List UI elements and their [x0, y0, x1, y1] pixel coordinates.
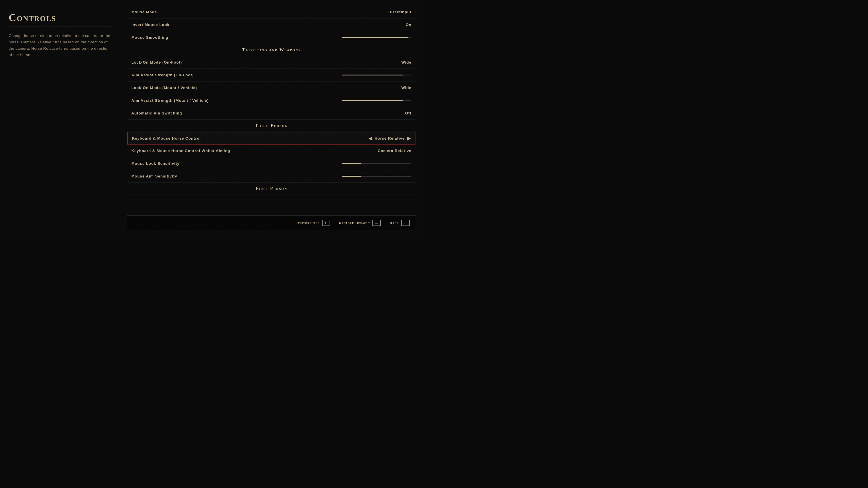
- slider-fill: [342, 100, 403, 101]
- restore-all-action[interactable]: Restore All ⇧: [296, 220, 330, 226]
- slider-track: [342, 163, 411, 164]
- back-label: Back: [390, 221, 399, 225]
- back-key: ←: [401, 220, 410, 226]
- setting-row-keyboard-horse-control[interactable]: Keyboard & Mouse Horse Control ◀ Horse R…: [127, 132, 415, 144]
- description-text: Change horse turning to be relative to t…: [9, 33, 113, 58]
- slider-mouse-smoothing[interactable]: [342, 37, 411, 38]
- slider-track: [342, 100, 411, 101]
- slider-fill: [342, 74, 403, 75]
- controls-page: Controls Change horse turning to be rela…: [0, 0, 421, 236]
- page-title: Controls: [9, 11, 113, 27]
- setting-row-auto-pin[interactable]: Automatic Pin Switching Off: [127, 107, 415, 120]
- setting-label-invert-mouse-look: Invert Mouse Look: [131, 23, 169, 27]
- setting-row-keyboard-horse-aiming[interactable]: Keyboard & Mouse Horse Control Whilst Ai…: [127, 144, 415, 157]
- setting-label-auto-pin: Automatic Pin Switching: [131, 111, 182, 116]
- section-header-targeting: Targeting and Weapons: [127, 44, 415, 56]
- section-header-third-person: Third Person: [127, 120, 415, 132]
- right-panel: Mouse Mode DirectInput Invert Mouse Look…: [122, 6, 421, 230]
- section-header-first-person: First Person: [127, 183, 415, 195]
- restore-all-key: ⇧: [322, 220, 330, 226]
- restore-all-label: Restore All: [296, 221, 320, 225]
- setting-value-lock-on-mount: Wide: [401, 86, 411, 90]
- setting-value-lock-on-foot: Wide: [401, 60, 411, 64]
- setting-value-keyboard-horse-control: ◀ Horse Relative ▶: [369, 136, 411, 141]
- setting-label-mouse-smoothing: Mouse Smoothing: [131, 35, 168, 40]
- horse-control-value: Horse Relative: [375, 136, 405, 140]
- setting-label-mouse-aim-sensitivity: Mouse Aim Sensitivity: [131, 174, 177, 178]
- setting-row-aim-assist-foot[interactable]: Aim Assist Strength (On-Foot): [127, 69, 415, 82]
- setting-value-mouse-mode: DirectInput: [388, 10, 411, 14]
- setting-row-invert-mouse-look[interactable]: Invert Mouse Look On: [127, 19, 415, 31]
- setting-row-mouse-look-sensitivity[interactable]: Mouse Look Sensitivity: [127, 157, 415, 170]
- slider-fill: [342, 176, 361, 176]
- back-action[interactable]: Back ←: [390, 220, 410, 226]
- bottom-bar: Restore All ⇧ Restore Default — Back ←: [127, 216, 415, 230]
- slider-fill: [342, 37, 408, 38]
- restore-default-key: —: [372, 220, 381, 226]
- setting-label-keyboard-horse-aiming: Keyboard & Mouse Horse Control Whilst Ai…: [131, 149, 230, 153]
- slider-fill: [342, 163, 361, 164]
- setting-row-mouse-mode[interactable]: Mouse Mode DirectInput: [127, 6, 415, 19]
- setting-value-keyboard-horse-aiming: Camera Relative: [378, 149, 411, 153]
- arrow-right-icon: ▶: [407, 136, 411, 141]
- setting-row-mouse-aim-sensitivity[interactable]: Mouse Aim Sensitivity: [127, 170, 415, 183]
- setting-label-mouse-mode: Mouse Mode: [131, 10, 157, 14]
- settings-list: Mouse Mode DirectInput Invert Mouse Look…: [127, 6, 415, 216]
- setting-row-aim-assist-mount[interactable]: Aim Assist Strength (Mount / Vehicle): [127, 94, 415, 107]
- setting-row-lock-on-mount[interactable]: Lock-On Mode (Mount / Vehicle) Wide: [127, 82, 415, 94]
- setting-value-invert-mouse-look: On: [406, 23, 411, 27]
- restore-default-label: Restore Default: [339, 221, 370, 225]
- setting-label-lock-on-mount: Lock-On Mode (Mount / Vehicle): [131, 86, 197, 90]
- setting-label-lock-on-foot: Lock-On Mode (On-Foot): [131, 60, 182, 64]
- setting-row-lock-on-foot[interactable]: Lock-On Mode (On-Foot) Wide: [127, 56, 415, 69]
- slider-mouse-look-sensitivity[interactable]: [342, 163, 411, 164]
- setting-label-aim-assist-foot: Aim Assist Strength (On-Foot): [131, 73, 194, 77]
- left-panel: Controls Change horse turning to be rela…: [0, 6, 122, 230]
- slider-mouse-aim-sensitivity[interactable]: [342, 176, 411, 176]
- setting-label-aim-assist-mount: Aim Assist Strength (Mount / Vehicle): [131, 98, 209, 103]
- setting-row-mouse-smoothing[interactable]: Mouse Smoothing: [127, 31, 415, 44]
- setting-value-auto-pin: Off: [405, 111, 411, 116]
- slider-aim-assist-mount[interactable]: [342, 100, 411, 101]
- slider-track: [342, 176, 411, 176]
- setting-label-keyboard-horse-control: Keyboard & Mouse Horse Control: [132, 136, 201, 140]
- slider-track: [342, 37, 411, 38]
- restore-default-action[interactable]: Restore Default —: [339, 220, 381, 226]
- setting-label-mouse-look-sensitivity: Mouse Look Sensitivity: [131, 161, 179, 166]
- slider-aim-assist-foot[interactable]: [342, 74, 411, 75]
- slider-track: [342, 74, 411, 75]
- arrow-left-icon: ◀: [369, 136, 372, 141]
